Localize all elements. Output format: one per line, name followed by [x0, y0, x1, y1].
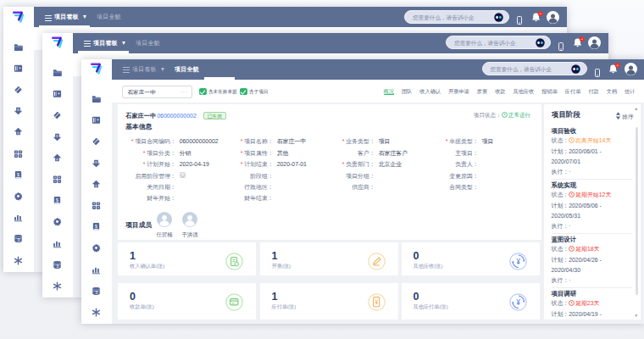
svg-text:$: $	[17, 171, 19, 176]
svg-text:3: 3	[17, 237, 19, 242]
svg-text:$: $	[56, 197, 58, 203]
svg-text:3: 3	[56, 264, 58, 269]
svg-text:$: $	[95, 224, 97, 229]
svg-text:3: 3	[95, 290, 97, 295]
